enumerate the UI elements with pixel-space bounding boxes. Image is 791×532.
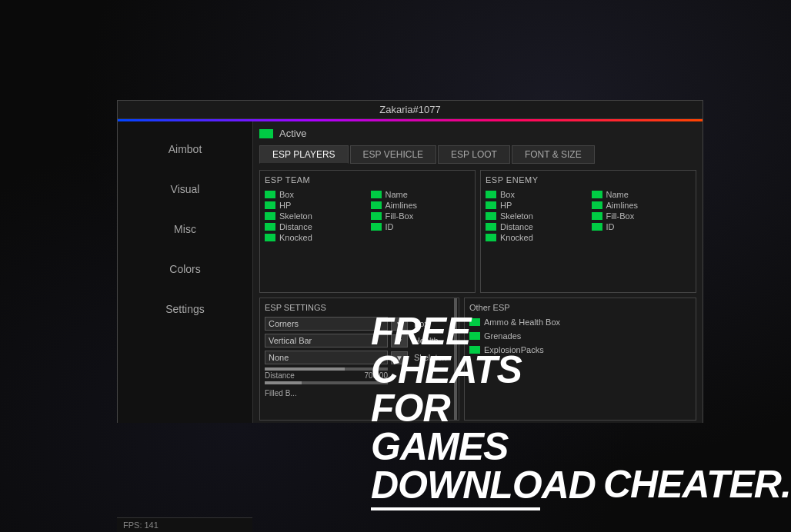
- sidebar-item-misc[interactable]: Misc: [118, 209, 252, 249]
- panels-row: ESP TEAM Box HP: [259, 170, 696, 293]
- enemy-distance[interactable]: Distance: [486, 221, 586, 232]
- sidebar: Aimbot Visual Misc Colors Settings: [118, 121, 253, 423]
- vertbar-select[interactable]: Vertical Bar None: [265, 334, 388, 347]
- enemy-box-check: [486, 191, 496, 198]
- sidebar-item-colors[interactable]: Colors: [118, 249, 252, 289]
- enemy-id-check: [592, 223, 602, 231]
- sidebar-item-settings[interactable]: Settings: [118, 289, 252, 329]
- team-fillbox[interactable]: Fill-Box: [371, 211, 471, 221]
- team-hp[interactable]: HP: [265, 200, 365, 211]
- enemy-knocked-check: [486, 234, 496, 241]
- wm-line1: FREE CHEATS: [371, 312, 596, 389]
- active-indicator[interactable]: [259, 129, 273, 138]
- team-knocked[interactable]: Knocked: [265, 232, 365, 243]
- team-id[interactable]: ID: [371, 221, 471, 232]
- tab-esp-vehicle[interactable]: ESP VEHICLE: [350, 145, 436, 164]
- distance-label: Distance: [265, 371, 295, 380]
- distance-fill: [265, 367, 345, 371]
- filledb-track[interactable]: [265, 381, 388, 384]
- other-esp-title: Other ESP: [469, 303, 691, 312]
- watermark-row: FREE CHEATS FOR GAMES DOWNLOAD CHEATER.R…: [371, 312, 791, 510]
- esp-team-grid: Box HP Skeleton: [265, 189, 470, 243]
- window-title: Zakaria#1077: [379, 104, 441, 115]
- esp-enemy-title: ESP ENEMY: [486, 175, 691, 185]
- sidebar-item-visual[interactable]: Visual: [118, 169, 252, 209]
- title-bar: Zakaria#1077: [118, 101, 703, 119]
- team-id-check: [371, 223, 382, 231]
- active-label: Active: [279, 128, 306, 139]
- team-box-check: [265, 191, 275, 198]
- enemy-aimlines[interactable]: Aimlines: [592, 200, 692, 211]
- team-knocked-check: [265, 234, 275, 241]
- filledb-label: Filled B...: [265, 389, 297, 397]
- corners-select[interactable]: Corners Box: [265, 317, 388, 331]
- tabs-row: ESP PLAYERS ESP VEHICLE ESP LOOT FONT & …: [259, 145, 696, 164]
- enemy-fillbox[interactable]: Fill-Box: [592, 211, 692, 221]
- enemy-id[interactable]: ID: [592, 221, 692, 232]
- wm-line2: FOR GAMES: [371, 389, 596, 466]
- esp-enemy-panel: ESP ENEMY Box HP: [480, 170, 696, 293]
- enemy-skeleton-check: [486, 212, 496, 220]
- esp-team-title: ESP TEAM: [265, 175, 470, 185]
- wm-underline: [371, 507, 540, 510]
- enemy-distance-check: [486, 223, 496, 231]
- esp-enemy-grid: Box HP Skeleton: [486, 189, 691, 243]
- wm-brand: CHEATER.RUN: [603, 464, 791, 511]
- team-aimlines[interactable]: Aimlines: [371, 200, 471, 211]
- active-row: Active: [259, 128, 696, 139]
- team-fillbox-check: [371, 212, 382, 220]
- fps-bar: FPS: 141: [117, 517, 252, 532]
- watermark-left: FREE CHEATS FOR GAMES DOWNLOAD: [371, 312, 596, 510]
- enemy-knocked[interactable]: Knocked: [486, 232, 586, 243]
- esp-team-panel: ESP TEAM Box HP: [259, 170, 476, 293]
- tab-font-size[interactable]: FONT & SIZE: [512, 145, 595, 164]
- enemy-name[interactable]: Name: [592, 189, 692, 200]
- team-hp-check: [265, 201, 275, 209]
- fps-label: FPS: 141: [123, 520, 159, 530]
- tab-esp-players[interactable]: ESP PLAYERS: [259, 145, 349, 164]
- team-box[interactable]: Box: [265, 189, 365, 200]
- watermark-container: FREE CHEATS FOR GAMES DOWNLOAD CHEATER.R…: [371, 312, 791, 510]
- team-aimlines-check: [371, 201, 382, 209]
- sidebar-item-aimbot[interactable]: Aimbot: [118, 129, 252, 169]
- team-skeleton-check: [265, 212, 275, 220]
- filledb-fill: [265, 381, 302, 384]
- wm-line3: DOWNLOAD: [371, 466, 596, 504]
- none-select[interactable]: None: [265, 351, 388, 364]
- tab-esp-loot[interactable]: ESP LOOT: [438, 145, 510, 164]
- team-name-check: [371, 191, 382, 198]
- enemy-aimlines-check: [592, 201, 602, 209]
- enemy-box[interactable]: Box: [486, 189, 586, 200]
- distance-track[interactable]: [265, 367, 388, 371]
- enemy-fillbox-check: [592, 212, 602, 220]
- enemy-skeleton[interactable]: Skeleton: [486, 211, 586, 221]
- enemy-name-check: [592, 191, 602, 198]
- team-skeleton[interactable]: Skeleton: [265, 211, 365, 221]
- team-name[interactable]: Name: [371, 189, 471, 200]
- enemy-hp-check: [486, 201, 496, 209]
- enemy-hp[interactable]: HP: [486, 200, 586, 211]
- team-distance-check: [265, 223, 275, 231]
- team-distance[interactable]: Distance: [265, 221, 365, 232]
